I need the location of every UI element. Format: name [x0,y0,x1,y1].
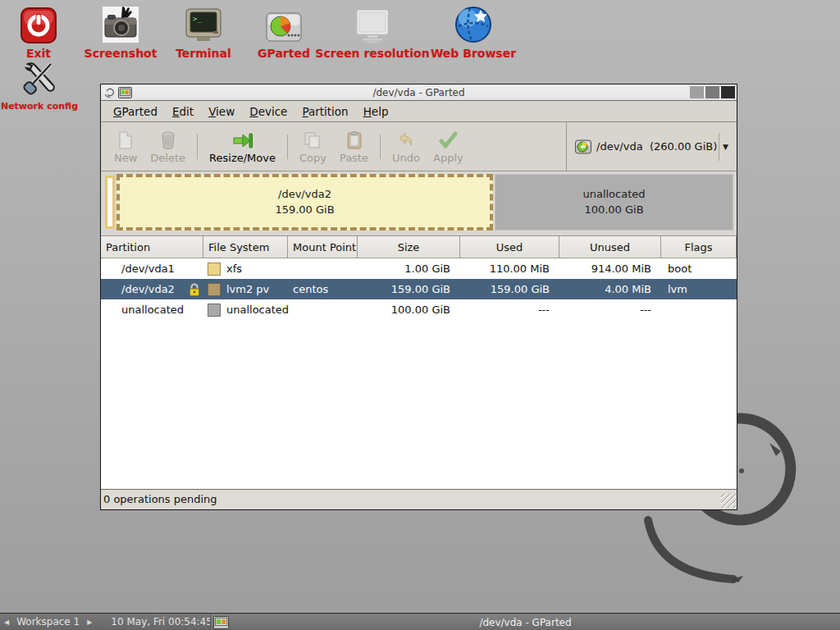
toolbar-separator [287,135,288,159]
undo-icon [396,130,416,150]
resize-grip[interactable] [721,493,736,508]
paste-button: Paste [333,128,375,166]
task-button-gparted[interactable]: /dev/vda - GParted [210,614,840,630]
pending-operations-text: 0 operations pending [103,493,217,505]
power-icon [20,3,57,44]
table-row-vda2-selected[interactable]: /dev/vda2 lvm2 pv centos 159.00 GiB 159.… [101,279,737,299]
column-header-flags[interactable]: Flags [661,236,737,258]
lock-icon [187,282,202,297]
partition-table: Partition File System Mount Point Size U… [101,236,737,489]
menu-gparted[interactable]: GParted [106,103,165,121]
menu-view[interactable]: View [201,103,242,121]
device-selector-text: /dev/vda (260.00 GiB) [596,140,717,153]
fs-color-swatch [208,304,221,317]
table-empty-area [101,320,737,489]
partition-size: 100.00 GiB [584,203,643,218]
chevron-down-icon[interactable]: ▼ [719,143,732,151]
desktop-icon-label: Screen resolution [315,47,429,60]
workspace-label: Workspace 1 [13,616,83,628]
column-header-size[interactable]: Size [358,236,460,258]
desktop-icon-screen-resolution[interactable]: Screen resolution [318,3,427,60]
column-header-partition[interactable]: Partition [101,236,203,258]
tools-icon [20,57,59,98]
toolbar: New Delete Resize/Move Copy [101,122,737,171]
toolbar-separator [380,135,381,159]
desktop-icon-label: Screenshot [84,47,158,60]
apply-check-icon [438,130,458,150]
column-header-unused[interactable]: Unused [559,236,661,258]
menu-help[interactable]: Help [356,103,396,121]
desktop-icon-label: Network config [1,101,78,112]
workspace-prev-icon[interactable]: ◀ [0,619,13,626]
fs-color-swatch [208,283,221,296]
delete-button: Delete [144,128,192,166]
maximize-button[interactable] [705,86,719,98]
partition-name: unallocated [582,187,645,203]
desktop-icon-label: GParted [258,47,310,60]
column-header-used[interactable]: Used [460,236,559,258]
partition-visual-vda1[interactable] [105,176,115,229]
close-button[interactable] [721,86,735,98]
device-disk-icon [575,139,591,154]
partition-size: 159.00 GiB [275,203,334,218]
taskbar: ◀ Workspace 1 ▶ 10 May, Fri 00:54:45 ◀ ▶… [0,613,840,630]
desktop-icon-screenshot[interactable]: Screenshot [85,3,156,60]
desktop-icon-gparted[interactable]: GParted [251,3,317,60]
terminal-icon: >_ [185,3,222,44]
toolbar-separator [197,135,198,159]
table-header-row: Partition File System Mount Point Size U… [101,236,737,258]
desktop-icon-label: Terminal [176,47,231,60]
partition-visual-bar: /dev/vda2 159.00 GiB unallocated 100.00 … [101,171,737,236]
statusbar: 0 operations pending [101,489,737,509]
table-row-vda1[interactable]: /dev/vda1 xfs 1.00 GiB 110.00 MiB 914.00… [101,258,737,279]
task-app-icon [213,616,229,629]
clock: 10 May, Fri 00:54:45 [107,616,216,628]
table-row-unallocated[interactable]: unallocated unallocated 100.00 GiB --- -… [101,299,737,320]
desktop-icon-exit[interactable]: Exit [13,3,64,60]
trash-icon [158,130,178,150]
minimize-button[interactable] [690,86,704,98]
partition-visual-unallocated[interactable]: unallocated 100.00 GiB [495,174,733,231]
globe-icon [454,3,493,44]
device-selector[interactable]: /dev/vda (260.00 GiB) ▼ [566,122,737,171]
undo-button: Undo [386,128,427,166]
desktop-icon-web-browser[interactable]: Web Browser [425,3,522,60]
partition-visual-vda2[interactable]: /dev/vda2 159.00 GiB [116,174,493,231]
fs-color-swatch [208,262,221,276]
copy-button: Copy [293,128,333,166]
paste-icon [345,130,364,150]
column-header-filesystem[interactable]: File System [203,236,288,258]
resize-move-icon [232,130,253,150]
apply-button: Apply [427,128,470,166]
new-document-icon [116,130,135,150]
column-header-mountpoint[interactable]: Mount Point [288,236,358,258]
menu-device[interactable]: Device [242,103,294,121]
resize-move-button[interactable]: Resize/Move [203,128,282,166]
gparted-window: /dev/vda - GParted GParted Edit View Dev… [100,84,737,510]
window-title: /dev/vda - GParted [101,87,737,98]
task-button-label: /dev/vda - GParted [479,617,571,628]
desktop-icon-network-config[interactable]: Network config [2,57,77,112]
gparted-disk-icon [265,3,303,44]
svg-text:>_: >_ [193,15,202,23]
monitor-icon [353,3,392,44]
menu-partition[interactable]: Partition [294,103,355,121]
new-button: New [107,128,144,166]
camera-icon [101,3,140,44]
menu-edit[interactable]: Edit [165,103,201,121]
desktop-icon-terminal[interactable]: >_ Terminal [171,3,236,60]
workspace-next-icon[interactable]: ▶ [83,619,96,626]
copy-icon [303,130,322,150]
desktop-icon-label: Web Browser [431,47,516,60]
menubar: GParted Edit View Device Partition Help [101,101,737,122]
partition-name: /dev/vda2 [278,187,331,203]
titlebar[interactable]: /dev/vda - GParted [101,84,737,101]
